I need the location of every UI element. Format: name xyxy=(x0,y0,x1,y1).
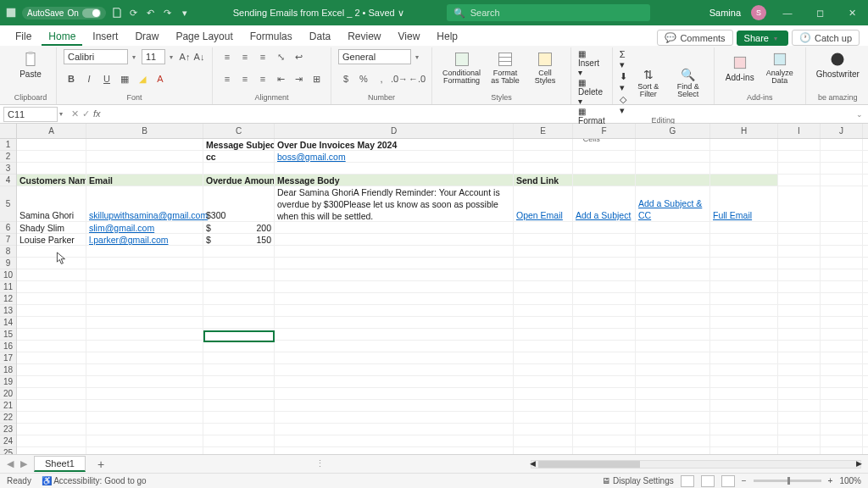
decrease-indent-icon[interactable]: ⇤ xyxy=(273,71,288,86)
cell[interactable] xyxy=(636,293,710,304)
cell[interactable] xyxy=(203,246,275,257)
cell[interactable] xyxy=(275,424,514,435)
share-button[interactable]: Share▾ xyxy=(737,30,788,46)
cell[interactable] xyxy=(636,388,710,399)
cell[interactable] xyxy=(778,352,821,363)
prev-sheet-icon[interactable]: ◀ xyxy=(7,458,14,469)
col-header[interactable]: A xyxy=(17,124,86,138)
zoom-out-button[interactable]: − xyxy=(742,476,747,485)
zoom-level[interactable]: 100% xyxy=(839,476,861,485)
cell[interactable] xyxy=(710,246,778,257)
cell[interactable]: Send Link xyxy=(514,175,573,186)
row-header[interactable]: 3 xyxy=(0,163,16,175)
cell[interactable] xyxy=(514,258,573,269)
cell[interactable] xyxy=(636,447,710,454)
cell[interactable] xyxy=(573,163,636,174)
cell[interactable] xyxy=(778,376,821,387)
cell[interactable] xyxy=(17,281,86,292)
maximize-button[interactable]: ◻ xyxy=(809,4,831,21)
cell[interactable] xyxy=(636,341,710,352)
cell[interactable] xyxy=(514,246,573,257)
cell[interactable] xyxy=(821,329,863,340)
normal-view-icon[interactable] xyxy=(681,475,694,487)
add-sheet-button[interactable]: + xyxy=(92,458,109,471)
cell[interactable] xyxy=(778,246,821,257)
cell[interactable] xyxy=(778,222,821,233)
cell[interactable] xyxy=(86,364,203,375)
cell[interactable]: l.parker@gmail.com xyxy=(86,234,203,245)
cell[interactable] xyxy=(778,293,821,304)
cell[interactable] xyxy=(636,222,710,233)
cell[interactable] xyxy=(573,435,636,446)
find-select-button[interactable]: 🔍Find & Select xyxy=(670,66,707,100)
cell[interactable]: Email xyxy=(86,175,203,186)
cell[interactable] xyxy=(514,151,573,162)
clear-button[interactable]: ◇ ▾ xyxy=(620,94,627,116)
sync-icon[interactable]: ⟳ xyxy=(128,7,140,19)
cell[interactable] xyxy=(514,364,573,375)
tab-home[interactable]: Home xyxy=(42,27,82,46)
cell[interactable] xyxy=(636,139,710,150)
align-middle-icon[interactable]: ≡ xyxy=(237,49,253,64)
cell[interactable] xyxy=(710,317,778,328)
cell[interactable] xyxy=(573,305,636,316)
delete-cells-button[interactable]: ▦ Delete ▾ xyxy=(578,78,605,106)
cell[interactable] xyxy=(275,400,514,411)
cell[interactable] xyxy=(86,163,203,174)
align-right-icon[interactable]: ≡ xyxy=(255,71,270,86)
cell[interactable] xyxy=(514,400,573,411)
fill-color-button[interactable]: ◢ xyxy=(135,71,150,86)
cell[interactable] xyxy=(778,317,821,328)
cell[interactable] xyxy=(710,329,778,340)
cell[interactable] xyxy=(821,435,863,446)
tab-file[interactable]: File xyxy=(8,27,38,46)
cell[interactable] xyxy=(275,341,514,352)
cell[interactable] xyxy=(821,376,863,387)
cell[interactable] xyxy=(710,269,778,280)
cell[interactable] xyxy=(573,447,636,454)
cell[interactable]: Shady Slim xyxy=(17,222,86,233)
cell[interactable] xyxy=(514,424,573,435)
increase-decimal-icon[interactable]: .0→ xyxy=(392,71,407,86)
cell[interactable] xyxy=(636,281,710,292)
cell[interactable] xyxy=(573,424,636,435)
cell[interactable] xyxy=(17,329,86,340)
cell[interactable] xyxy=(86,317,203,328)
cell[interactable] xyxy=(17,305,86,316)
cell[interactable]: $300 xyxy=(203,186,275,221)
increase-font-icon[interactable]: A↑ xyxy=(179,51,191,63)
cell[interactable] xyxy=(778,151,821,162)
cell[interactable]: slim@gmail.com xyxy=(86,222,203,233)
cell[interactable] xyxy=(821,139,863,150)
cell[interactable] xyxy=(636,175,710,186)
cell[interactable] xyxy=(636,329,710,340)
cell[interactable] xyxy=(86,412,203,423)
comments-button[interactable]: 💬Comments xyxy=(657,30,732,46)
cell[interactable]: Samina Ghori xyxy=(17,186,86,221)
cell[interactable] xyxy=(573,222,636,233)
cell[interactable] xyxy=(821,151,863,162)
cell[interactable] xyxy=(17,139,86,150)
cell[interactable] xyxy=(778,341,821,352)
close-button[interactable]: ✕ xyxy=(841,4,863,21)
cell[interactable] xyxy=(636,317,710,328)
cell[interactable] xyxy=(710,412,778,423)
row-header[interactable]: 18 xyxy=(0,364,16,376)
cell[interactable]: skillupwithsamina@gmail.com xyxy=(86,186,203,221)
cell[interactable] xyxy=(514,139,573,150)
cell[interactable] xyxy=(17,400,86,411)
cell[interactable] xyxy=(275,163,514,174)
cell[interactable] xyxy=(86,400,203,411)
cell[interactable] xyxy=(86,341,203,352)
cell[interactable]: Full Email xyxy=(710,186,778,221)
cell[interactable] xyxy=(573,258,636,269)
cell[interactable] xyxy=(275,258,514,269)
cell[interactable] xyxy=(710,139,778,150)
cell[interactable]: Message Subject xyxy=(203,139,275,150)
cell[interactable] xyxy=(573,364,636,375)
comma-icon[interactable]: , xyxy=(374,71,389,86)
cell[interactable] xyxy=(821,175,863,186)
cell[interactable] xyxy=(821,281,863,292)
cell[interactable] xyxy=(573,412,636,423)
row-header[interactable]: 16 xyxy=(0,341,16,352)
